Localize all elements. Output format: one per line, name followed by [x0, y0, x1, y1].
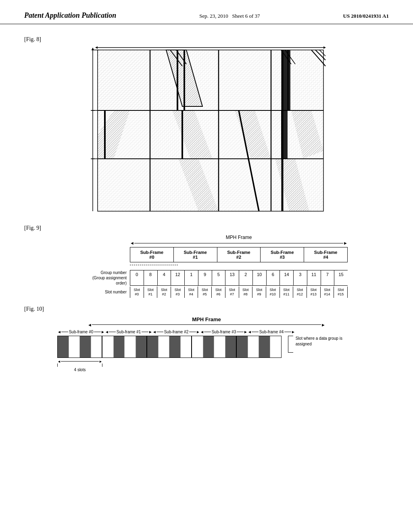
fig10-slot-sf2-3: [181, 336, 192, 357]
slot-6: Slot#6: [212, 287, 225, 298]
fig10-slots-row: Slot where a data group is assigned: [57, 336, 356, 358]
fig9-main: MPH Frame ◄ ► Sub-Frame#0 Sub-Frame#1 Su…: [65, 235, 348, 298]
fig10-slot-sf4-3: [270, 336, 281, 357]
publication-title: Patent Application Publication: [24, 11, 116, 20]
group-number-label: Group number(Group assignmentorder): [65, 270, 130, 286]
group-num-8: 2: [239, 270, 253, 285]
fig10-slot-sf1-3: [136, 336, 147, 357]
group-num-4: 1: [185, 270, 198, 285]
svg-marker-15: [95, 46, 98, 49]
group-num-15: 15: [334, 270, 348, 285]
group-num-13: 11: [307, 270, 321, 285]
subframe-cells: Sub-Frame#0 Sub-Frame#1 Sub-Frame#2 Sub-…: [130, 247, 348, 262]
slot-number-label: Slot number: [65, 287, 130, 298]
slot-9: Slot#9: [252, 287, 266, 298]
publication-date: Sep. 23, 2010 Sheet 6 of 37: [199, 13, 260, 19]
slot-8: Slot#8: [239, 287, 253, 298]
svg-marker-14: [323, 46, 326, 49]
slot-15: Slot#15: [334, 287, 348, 298]
fig8-svg: [77, 46, 336, 215]
group-num-6: 5: [212, 270, 226, 285]
slot-13: Slot#13: [307, 287, 321, 298]
fig10-label: [Fig. 10]: [24, 306, 389, 312]
fig10-slot-sf1-1: [114, 336, 125, 357]
group-num-3: 12: [171, 270, 185, 285]
svg-rect-20: [271, 50, 323, 110]
slot-number-row: Slot number Slot#0 Slot#1 Slot#2 Slot#3 …: [65, 287, 348, 298]
four-slots-label: 4 slots: [74, 368, 86, 372]
dashed-connector-row: [65, 262, 348, 266]
subframe-1: Sub-Frame#1: [174, 247, 217, 262]
subframe-2: Sub-Frame#2: [217, 247, 261, 262]
fig10-slot-sf2-1: [159, 336, 170, 357]
group-num-0: 0: [130, 270, 144, 285]
group-num-14: 7: [321, 270, 335, 285]
group-num-7: 13: [225, 270, 239, 285]
mph-frame-label: MPH Frame: [130, 235, 348, 240]
mph-frame-section: MPH Frame ◄ ►: [65, 235, 348, 245]
group-num-5: 9: [198, 270, 212, 285]
slot-numbers: Slot#0 Slot#1 Slot#2 Slot#3 Slot#4 Slot#…: [130, 287, 348, 298]
svg-rect-21: [283, 50, 290, 110]
slot-14: Slot#14: [321, 287, 334, 298]
group-num-1: 8: [144, 270, 158, 285]
group-num-9: 10: [253, 270, 267, 285]
svg-rect-16: [98, 50, 150, 110]
group-num-12: 3: [294, 270, 307, 285]
slot-11: Slot#11: [280, 287, 294, 298]
legend-text: Slot where a data group is assigned: [296, 336, 356, 347]
slot-1: Slot#1: [144, 287, 158, 298]
fig10-slot-sf4-2: [259, 336, 270, 357]
page-header: Patent Application Publication Sep. 23, …: [0, 0, 413, 24]
fig9-wrapper: MPH Frame ◄ ► Sub-Frame#0 Sub-Frame#1 Su…: [24, 235, 389, 298]
fig10-slot-sf3-1: [203, 336, 215, 357]
group-num-11: 14: [280, 270, 294, 285]
fig10-slot-sf0-2: [80, 336, 91, 357]
fig10-slot-sf3-3: [225, 336, 236, 357]
fig10-slot-sf0-0: [58, 336, 69, 357]
fig10-slot-sf1-2: [125, 336, 136, 357]
slot-10: Slot#10: [266, 287, 280, 298]
fig8-container: [24, 46, 389, 215]
slot-5: Slot#5: [198, 287, 212, 298]
patent-number: US 2010/0241931 A1: [343, 13, 389, 19]
fig10-slot-sf1-0: [102, 336, 114, 357]
fig10-slot-sf0-3: [91, 336, 102, 357]
four-slots-area: ◄ ► 4 slots: [57, 360, 356, 372]
group-numbers: 0 8 4 12 1 9 5 13 2 10 6 14 3 11 7 15: [130, 270, 348, 286]
group-num-10: 6: [267, 270, 280, 285]
fig10-slot-sf2-0: [147, 336, 159, 357]
fig10-mph-label: MPH Frame: [192, 316, 221, 322]
svg-rect-34: [219, 159, 271, 211]
svg-marker-10: [92, 48, 94, 50]
fig10-slot-sf4-0: [237, 336, 248, 357]
fig8-label: [Fig. 8]: [24, 36, 389, 43]
page-content: [Fig. 8]: [0, 24, 413, 384]
slot-4: Slot#4: [185, 287, 198, 298]
subframe-0: Sub-Frame#0: [130, 247, 174, 262]
fig8-diagram: [77, 46, 336, 215]
fig10-slot-sf2-2: [169, 336, 181, 357]
svg-rect-31: [98, 159, 150, 211]
fig10-subframe-labels: ◄Sub-frame #0► ◄Sub-frame #1► ◄Sub-frame…: [57, 330, 295, 334]
fig10-slots-area: [57, 336, 282, 358]
group-num-2: 4: [158, 270, 171, 285]
subframe-4: Sub-Frame#4: [304, 247, 347, 262]
slot-0: Slot#0: [130, 287, 144, 298]
fig10-legend: Slot where a data group is assigned: [288, 336, 356, 353]
slot-7: Slot#7: [225, 287, 239, 298]
fig10-slot-sf3-2: [214, 336, 225, 357]
fig10-mph-section: MPH Frame ◄ ►: [57, 316, 356, 328]
subframe-3: Sub-Frame#3: [261, 247, 304, 262]
slot-3: Slot#3: [171, 287, 185, 298]
fig10-slot-sf3-0: [192, 336, 203, 357]
fig10-container: MPH Frame ◄ ► ◄Sub-frame #0► ◄Sub-frame …: [24, 316, 389, 372]
fig10-slot-sf4-1: [248, 336, 259, 357]
fig10-inner: MPH Frame ◄ ► ◄Sub-frame #0► ◄Sub-frame …: [57, 316, 356, 372]
slot-12: Slot#12: [293, 287, 307, 298]
legend-box-area: Slot where a data group is assigned: [288, 336, 356, 353]
slot-2: Slot#2: [157, 287, 171, 298]
fig10-slot-sf0-1: [69, 336, 80, 357]
fig9-label: [Fig. 9]: [24, 225, 389, 231]
group-number-row: Group number(Group assignmentorder) 0 8 …: [65, 270, 348, 286]
